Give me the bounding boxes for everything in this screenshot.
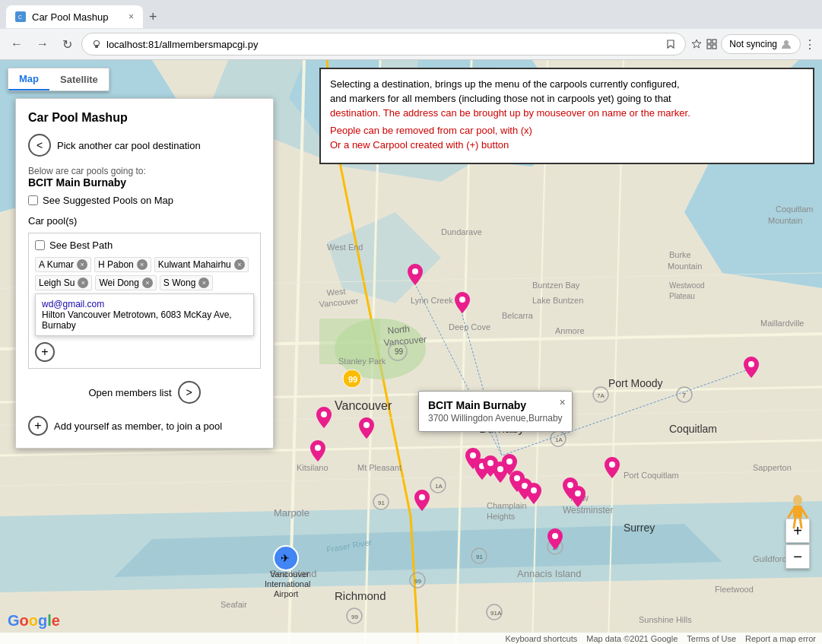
sync-button[interactable]: Not syncing <box>721 34 801 54</box>
svg-text:Mountain: Mountain <box>668 262 702 271</box>
svg-text:Plateau: Plateau <box>669 292 695 300</box>
svg-text:Port Moody: Port Moody <box>608 377 663 389</box>
map-marker-2[interactable] <box>455 292 470 313</box>
svg-text:Fleetwood: Fleetwood <box>715 585 754 594</box>
see-suggested-label[interactable]: See Suggested Pools on Map <box>28 195 261 206</box>
svg-marker-4 <box>692 40 701 48</box>
map-marker-18[interactable] <box>605 457 620 478</box>
tooltip-address: Hilton Vancouver Metrotown, 6083 McKay A… <box>42 309 247 331</box>
map-type-controls: Map Satellite <box>8 68 109 91</box>
map-marker-19[interactable] <box>547 528 563 550</box>
map-marker-15[interactable] <box>414 490 430 511</box>
map-marker-6[interactable] <box>359 417 374 439</box>
svg-line-128 <box>794 518 795 528</box>
svg-text:91A: 91A <box>490 610 502 617</box>
add-yourself-btn[interactable]: + <box>28 416 48 436</box>
add-to-pool-btn[interactable]: + <box>35 342 55 362</box>
svg-text:Guildford: Guildford <box>753 554 787 563</box>
svg-point-124 <box>793 495 802 506</box>
zoom-out-btn[interactable]: − <box>786 544 810 569</box>
svg-text:91: 91 <box>476 554 483 560</box>
map-marker-1[interactable] <box>408 264 423 285</box>
svg-text:1A: 1A <box>555 436 563 443</box>
see-suggested-checkbox[interactable] <box>28 195 38 205</box>
map-btn[interactable]: Map <box>8 68 49 90</box>
reload-btn[interactable]: ↻ <box>58 34 77 55</box>
google-e: e <box>52 612 60 629</box>
map-container[interactable]: West Vancouver North Vancouver Vancouver… <box>0 60 822 644</box>
svg-text:Maillardville: Maillardville <box>760 319 804 328</box>
svg-rect-5 <box>707 40 711 43</box>
svg-text:Sunshine Hills: Sunshine Hills <box>639 615 692 624</box>
info-window-close-btn[interactable]: × <box>559 396 565 408</box>
menu-btn[interactable]: ⋮ <box>804 37 816 52</box>
map-marker-17[interactable] <box>570 486 586 507</box>
svg-text:Vancouver: Vancouver <box>270 569 309 579</box>
member-tooltip: wd@gmail.com Hilton Vancouver Metrotown,… <box>35 293 254 336</box>
remove-h-pabon-btn[interactable]: × <box>137 259 148 270</box>
member-name-a-kumar: A Kumar <box>39 259 74 270</box>
member-name-s-wong: S Wong <box>163 278 195 288</box>
map-marker-3[interactable] <box>744 357 759 378</box>
report-error[interactable]: Report a map error <box>745 634 816 643</box>
svg-text:Sapperton: Sapperton <box>753 463 792 472</box>
nav-bar: ← → ↻ localhost:81/allmembersmapcgi.py N… <box>0 29 822 59</box>
google-logo: Google <box>8 612 60 630</box>
svg-line-129 <box>800 518 801 528</box>
best-path-checkbox[interactable] <box>35 240 45 250</box>
tab-favicon: C <box>15 11 26 22</box>
pegman[interactable] <box>786 493 810 531</box>
tab-close-btn[interactable]: × <box>129 11 134 22</box>
member-tags: A Kumar × H Pabon × Kulwant Mahairhu × L… <box>35 257 254 290</box>
info-window-address: 3700 Willingdon Avenue,Burnaby <box>428 413 563 424</box>
nav-actions: Not syncing ⋮ <box>690 34 816 54</box>
map-marker-5[interactable] <box>310 440 325 462</box>
map-data-label: Map data ©2021 Google <box>586 634 678 643</box>
terms-of-use[interactable]: Terms of Use <box>687 634 736 643</box>
info-line2: and markers for all members (including t… <box>330 93 804 104</box>
sidebar-title: Car Pool Mashup <box>28 111 261 125</box>
tab-bar: C Car Pool Mashup × + <box>0 0 822 29</box>
google-o1: o <box>20 612 29 629</box>
add-yourself-label: Add yourself as member, to join a pool <box>54 420 222 432</box>
remove-a-kumar-btn[interactable]: × <box>77 259 87 270</box>
satellite-btn[interactable]: Satellite <box>49 68 109 90</box>
address-input[interactable]: localhost:81/allmembersmapcgi.py <box>106 39 661 50</box>
destination-name: BCIT Main Burnaby <box>28 176 261 189</box>
active-tab[interactable]: C Car Pool Mashup × <box>6 5 143 28</box>
destination-info: Below are car pools going to: BCIT Main … <box>28 166 261 189</box>
svg-text:Airport: Airport <box>274 589 298 598</box>
svg-text:Belcarra: Belcarra <box>502 311 534 320</box>
open-members-label: Open members list <box>88 387 171 398</box>
svg-text:Annacis Island: Annacis Island <box>517 568 582 579</box>
new-tab-btn[interactable]: + <box>149 9 157 25</box>
svg-rect-3 <box>95 45 98 48</box>
sidebar-panel: Car Pool Mashup < Pick another car pool … <box>15 98 274 449</box>
back-btn[interactable]: ← <box>6 34 27 54</box>
map-marker-14[interactable] <box>526 483 541 504</box>
svg-text:Kitsilano: Kitsilano <box>297 463 328 472</box>
best-path-text: See Best Path <box>49 240 113 251</box>
remove-wei-dong-btn[interactable]: × <box>142 278 153 288</box>
remove-s-wong-btn[interactable]: × <box>198 278 209 288</box>
svg-point-108 <box>321 411 327 417</box>
svg-text:C: C <box>18 14 22 20</box>
open-members-btn[interactable]: > <box>178 381 201 404</box>
forward-btn[interactable]: → <box>32 34 53 54</box>
info-overlay: Selecting a destination, brings up the m… <box>319 68 814 164</box>
svg-text:International: International <box>265 579 311 588</box>
pick-destination-btn[interactable]: < <box>28 134 51 157</box>
carpool-box: See Best Path A Kumar × H Pabon × Kulwan… <box>28 233 261 369</box>
svg-rect-8 <box>713 45 716 49</box>
remove-leigh-su-btn[interactable]: × <box>78 278 88 288</box>
google-o2: o <box>29 612 38 629</box>
map-marker-4[interactable] <box>316 407 332 428</box>
svg-text:Vancouver: Vancouver <box>335 399 392 412</box>
svg-text:Marpole: Marpole <box>274 507 309 519</box>
remove-kulwant-btn[interactable]: × <box>234 259 245 270</box>
address-bar[interactable]: localhost:81/allmembersmapcgi.py <box>81 33 686 56</box>
keyboard-shortcuts[interactable]: Keyboard shortcuts <box>505 634 577 643</box>
best-path-label[interactable]: See Best Path <box>35 240 254 251</box>
svg-text:Coquitlam: Coquitlam <box>776 205 814 214</box>
svg-point-123 <box>552 533 558 539</box>
